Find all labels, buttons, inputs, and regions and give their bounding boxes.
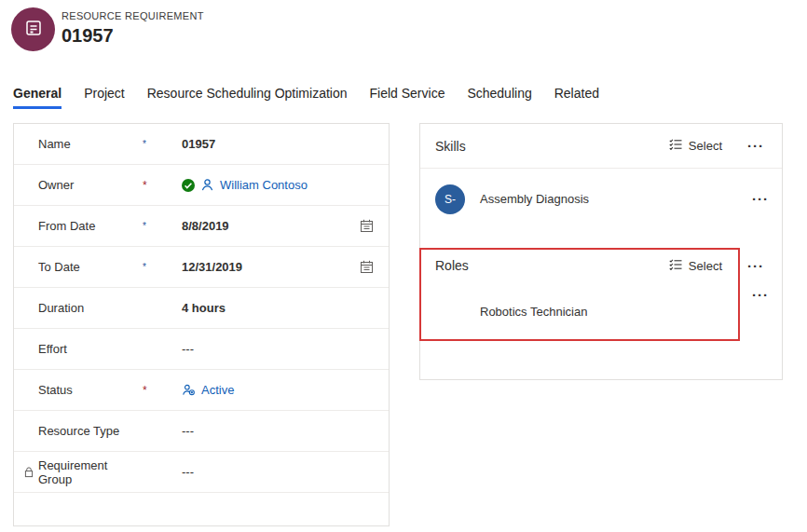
field-value[interactable]: 01957 xyxy=(182,137,215,151)
tab-field-service[interactable]: Field Service xyxy=(370,86,445,109)
skills-select-button[interactable]: Select xyxy=(669,139,722,153)
skill-name[interactable]: Assembly Diagnosis xyxy=(480,192,589,206)
field-row-name: Name * 01957 xyxy=(14,124,389,165)
skills-select-label: Select xyxy=(689,139,722,153)
field-row-requirement-group: Requirement Group --- xyxy=(14,452,389,493)
field-label: To Date xyxy=(38,260,141,274)
roles-header: Roles Select ··· xyxy=(420,250,782,281)
page-title: 01957 xyxy=(62,25,114,47)
tab-resource-scheduling-optimization[interactable]: Resource Scheduling Optimization xyxy=(147,86,348,109)
general-form-card: Name * 01957 Owner * William Contoso Fro… xyxy=(13,123,390,526)
entity-label: RESOURCE REQUIREMENT xyxy=(62,10,204,21)
multiselect-icon xyxy=(669,259,682,273)
owner-link[interactable]: William Contoso xyxy=(220,178,308,192)
recommended-marker: * xyxy=(141,221,182,231)
person-icon xyxy=(200,178,214,192)
resource-requirement-icon xyxy=(23,18,44,42)
roles-select-label: Select xyxy=(689,259,722,273)
recommended-marker: * xyxy=(141,139,182,149)
status-link[interactable]: Active xyxy=(201,383,234,397)
required-marker: * xyxy=(141,179,182,192)
field-label: From Date xyxy=(38,219,141,233)
role-list-item[interactable]: Robotics Technician ··· xyxy=(420,281,782,341)
tab-bar: General Project Resource Scheduling Opti… xyxy=(13,86,599,109)
calendar-icon[interactable] xyxy=(360,219,374,233)
field-value[interactable]: --- xyxy=(182,424,194,438)
recommended-marker: * xyxy=(141,262,182,272)
multiselect-icon xyxy=(669,139,682,153)
tab-scheduling[interactable]: Scheduling xyxy=(467,86,531,109)
skill-list-item[interactable]: S- Assembly Diagnosis ··· xyxy=(420,169,782,229)
skills-header: Skills Select ··· xyxy=(420,124,782,169)
field-value[interactable]: --- xyxy=(182,342,194,356)
field-value[interactable]: 4 hours xyxy=(182,301,226,315)
record-avatar xyxy=(11,7,55,51)
status-icon xyxy=(182,383,196,397)
field-label: Duration xyxy=(38,301,141,315)
field-label: Name xyxy=(38,137,141,151)
roles-title: Roles xyxy=(435,258,469,273)
calendar-icon[interactable] xyxy=(360,260,374,274)
field-row-resource-type: Resource Type --- xyxy=(14,411,389,452)
tab-project[interactable]: Project xyxy=(84,86,125,109)
lock-icon xyxy=(24,467,34,478)
skills-title: Skills xyxy=(435,139,466,154)
field-label: Owner xyxy=(38,178,141,192)
roles-select-button[interactable]: Select xyxy=(669,259,722,273)
skills-more-button[interactable]: ··· xyxy=(743,138,769,154)
field-row-status: Status * Active xyxy=(14,370,389,411)
field-value[interactable]: 12/31/2019 xyxy=(182,260,242,274)
field-label: Effort xyxy=(38,342,141,356)
field-value[interactable]: --- xyxy=(182,465,194,479)
tab-general[interactable]: General xyxy=(13,86,62,109)
role-row-more-button[interactable]: ··· xyxy=(752,287,769,303)
skills-section: Skills Select ··· S- Assembly Diagnosis xyxy=(420,124,782,229)
required-marker: * xyxy=(141,384,182,397)
tab-related[interactable]: Related xyxy=(554,86,599,109)
role-name[interactable]: Robotics Technician xyxy=(480,305,587,319)
field-label: Requirement Group xyxy=(38,458,141,486)
field-row-duration: Duration 4 hours xyxy=(14,288,389,329)
field-row-owner: Owner * William Contoso xyxy=(14,165,389,206)
field-row-to-date: To Date * 12/31/2019 xyxy=(14,247,389,288)
skill-row-more-button[interactable]: ··· xyxy=(752,191,769,207)
field-label: Resource Type xyxy=(38,424,141,438)
field-row-from-date: From Date * 8/8/2019 xyxy=(14,206,389,247)
field-label: Status xyxy=(38,383,141,397)
roles-section: Roles Select ··· Robotics Technician ··· xyxy=(420,250,782,341)
field-value[interactable]: 8/8/2019 xyxy=(182,219,229,233)
verified-check-icon xyxy=(182,179,195,192)
skill-avatar: S- xyxy=(435,184,465,214)
roles-more-button[interactable]: ··· xyxy=(743,258,769,274)
skills-roles-card: Skills Select ··· S- Assembly Diagnosis xyxy=(419,123,783,380)
resource-requirement-page: RESOURCE REQUIREMENT 01957 General Proje… xyxy=(0,0,807,532)
field-row-effort: Effort --- xyxy=(14,329,389,370)
